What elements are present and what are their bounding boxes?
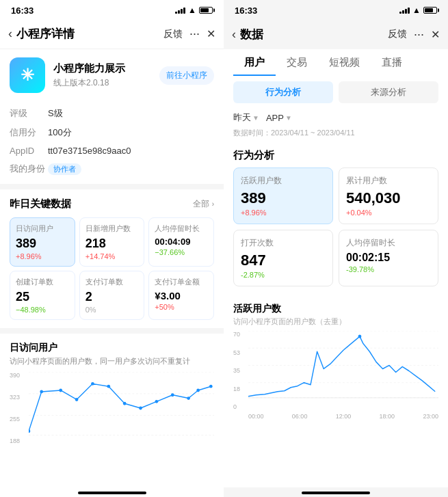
tab-users[interactable]: 用户 [233,49,276,76]
info-value-rating: S级 [48,107,63,120]
tab-source-analysis[interactable]: 来源分析 [339,81,438,103]
status-bar-left: 16:33 ▲ [0,0,224,19]
stat-value-0: 389 [16,237,69,251]
tab-transactions[interactable]: 交易 [276,49,318,76]
right-x-labels: 00:00 06:00 12:00 18:00 23:00 [248,413,438,420]
date-range: 数据时间：2023/04/11 ~ 2023/04/11 [224,126,448,142]
close-button-right[interactable]: ✕ [431,28,440,41]
filter-day-button[interactable]: 昨天 ▼ [233,111,259,124]
stat-label-total: 累计用户数 [346,175,431,187]
stat-change-1: +14.74% [85,252,139,260]
analysis-section: 行为分析 活跃用户数 389 +8.96% 累计用户数 540,030 +0.0… [224,142,448,297]
more-link[interactable]: 全部 › [193,198,214,210]
visit-app-button[interactable]: 前往小程序 [159,66,214,85]
stat-value-3: 25 [16,290,69,304]
x-r-1: 06:00 [292,413,308,420]
y-r-0: 70 [233,331,240,338]
stat-value-2: 00:04:09 [155,237,208,247]
y-label-2: 255 [10,416,20,422]
more-button-left[interactable]: ··· [189,27,200,41]
role-badge: 协作者 [48,163,81,175]
left-chart-subtitle: 访问小程序页面的用户数，同一用户多次访问不重复计 [10,356,214,366]
close-button-left[interactable]: ✕ [207,27,215,40]
feedback-button-left[interactable]: 反馈 [163,28,183,40]
svg-point-9 [107,385,110,388]
filter-row: 昨天 ▼ APP ▼ [224,109,448,126]
more-arrow-icon: › [212,200,214,208]
stat-value-4: 2 [85,290,139,304]
stat-change-4: 0% [85,306,139,314]
stat-total-users: 累计用户数 540,030 +0.04% [339,167,438,224]
key-data-title: 昨日关键数据 [10,198,71,211]
stat-avg-duration: 人均停留时长 00:04:09 −37.66% [148,217,214,267]
key-data-header: 昨日关键数据 全部 › [10,198,214,211]
nav-bar-right: ‹ 数据 反馈 ··· ✕ [224,19,448,49]
battery-icon-right [423,7,437,14]
tab-live[interactable]: 直播 [371,49,413,76]
svg-point-8 [91,382,94,386]
filter-app-label: APP [266,113,284,123]
svg-point-7 [75,398,79,401]
stat-change-0: +8.96% [16,252,69,260]
right-panel: 16:33 ▲ ‹ 数据 反馈 ··· ✕ 用户 交易 短视频 直播 [224,0,448,497]
stat-payment-amount: 支付订单金额 ¥3.00 +50% [148,271,214,320]
svg-point-16 [209,385,213,388]
stat-value-active: 389 [241,189,326,207]
x-r-0: 00:00 [248,413,264,420]
stat-open-count: 打开次数 847 -2.87% [233,230,333,286]
svg-point-6 [59,389,62,392]
stat-orders-created: 创建订单数 25 −48.98% [10,271,75,320]
back-button-right[interactable]: ‹ [232,27,236,42]
app-icon-symbol: ✳ [21,66,34,85]
app-info: 小程序能力展示 线上版本2.0.18 [53,62,151,89]
y-r-4: 0 [233,403,240,410]
nav-title-left: 小程序详情 [16,26,163,42]
svg-point-5 [40,390,43,394]
info-row-appid: AppID tt07e3715e98c9aac0 [10,142,214,159]
stat-change-3: −48.98% [16,306,69,314]
secondary-tabs: 行为分析 来源分析 [224,76,448,109]
info-label-role: 我的身份 [10,163,48,175]
analysis-title: 行为分析 [233,149,438,162]
nav-actions-right: 反馈 ··· ✕ [388,27,440,42]
y-label-0: 390 [10,372,20,379]
wifi-icon-right: ▲ [412,5,421,15]
info-row-rating: 评级 S级 [10,104,214,123]
app-icon: ✳ [10,57,45,93]
nav-actions-left: 反馈 ··· ✕ [163,27,215,41]
stat-label-2: 人均停留时长 [155,224,208,234]
key-data-section: 昨日关键数据 全部 › 日访问用户 389 +8.96% 日新增用户数 218 … [0,189,224,328]
svg-point-22 [358,335,362,338]
stat-new-users: 日新增用户数 218 +14.74% [79,217,145,267]
nav-title-right: 数据 [240,27,388,42]
stat-label-active: 活跃用户数 [241,175,326,187]
au-subtitle: 访问小程序页面的用户数（去重） [233,317,438,327]
app-header: ✳ 小程序能力展示 线上版本2.0.18 前往小程序 [0,49,224,101]
info-row-role: 我的身份 协作者 [10,159,214,178]
back-button-left[interactable]: ‹ [8,27,12,41]
stat-active-users: 活跃用户数 389 +8.96% [233,167,333,224]
signal-icon [175,7,185,14]
tab-behavior-analysis[interactable]: 行为分析 [233,81,333,103]
home-indicator-right [302,492,370,494]
stat-value-total: 540,030 [346,189,431,207]
app-version: 线上版本2.0.18 [53,77,151,89]
battery-icon [199,7,213,14]
svg-point-15 [196,389,200,392]
stat-label-4: 支付订单数 [85,277,139,287]
svg-point-10 [123,402,127,405]
stat-label-5: 支付订单金额 [155,277,208,287]
feedback-button-right[interactable]: 反馈 [388,28,407,40]
x-r-2: 12:00 [336,413,352,420]
left-chart-title: 日访问用户 [10,342,214,354]
info-value-credit: 100分 [48,126,72,139]
more-button-right[interactable]: ··· [414,27,424,42]
right-chart-container: 70 53 35 18 0 [233,331,438,420]
filter-app-button[interactable]: APP ▼ [266,113,292,123]
y-r-2: 35 [233,367,240,374]
tab-short-video[interactable]: 短视频 [318,49,371,76]
divider-2 [0,328,224,334]
stat-value-stay: 00:02:15 [346,252,431,264]
stat-change-5: +50% [155,303,208,311]
au-title: 活跃用户数 [233,303,438,315]
